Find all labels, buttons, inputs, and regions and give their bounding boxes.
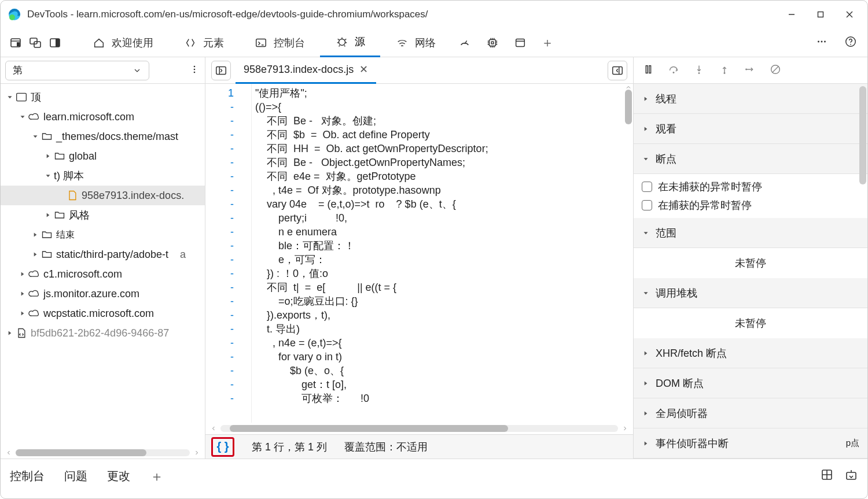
section-dom[interactable]: DOM 断点	[634, 368, 867, 398]
line-gutter: 1----------------------	[205, 84, 252, 423]
tree-snippet[interactable]: bf5db621-2b62-4d96-9466-87	[1, 323, 205, 343]
callstack-body: 未暂停	[634, 308, 867, 338]
tree-folder-styles[interactable]: 风格	[1, 205, 205, 225]
navigator-dropdown[interactable]: 第	[5, 61, 149, 80]
tree-folder-scripts[interactable]: t) 脚本	[1, 166, 205, 186]
pretty-print-button[interactable]: { }	[211, 437, 234, 457]
tree-domain-jsmon[interactable]: js.monitor.azure.com	[1, 284, 205, 304]
scrollbar-thumb[interactable]	[625, 90, 632, 124]
tree-domain-c1[interactable]: c1.microsoft.com	[1, 264, 205, 284]
tree-folder-global[interactable]: global	[1, 146, 205, 166]
tree-top[interactable]: 顶	[1, 87, 205, 107]
drawer: 控制台 问题 更改 ＋	[1, 459, 867, 493]
tree-folder-end[interactable]: 结束	[1, 225, 205, 245]
tree-folder-static[interactable]: static/third-party/adobe-ta	[1, 245, 205, 264]
folder-icon	[54, 209, 65, 221]
editor-h-scrollbar[interactable]	[205, 423, 633, 434]
nav-h-scrollbar[interactable]	[1, 447, 205, 459]
tree-folder-themes[interactable]: _themes/docs.theme/mast	[1, 127, 205, 146]
file-icon	[67, 190, 78, 201]
step-into-button[interactable]	[693, 63, 705, 78]
console-icon	[254, 36, 268, 50]
section-watch[interactable]: 观看	[634, 114, 867, 144]
toggle-navigator-button[interactable]	[211, 61, 231, 80]
tab-console[interactable]: 控制台	[239, 28, 320, 57]
more-tabs-button[interactable]: ＋	[534, 28, 561, 57]
tab-label: 网络	[415, 36, 436, 50]
pause-uncaught-checkbox[interactable]: 在未捕获的异常时暂停	[642, 178, 859, 196]
wifi-icon	[395, 36, 409, 50]
folder-icon	[41, 131, 53, 142]
section-callstack[interactable]: 调用堆栈	[634, 278, 867, 308]
file-tab-label: 958e7913.index-docs.js	[244, 64, 354, 76]
scrollbar-thumb[interactable]	[16, 449, 146, 456]
tab-label: 欢迎使用	[112, 36, 153, 50]
scrollbar-thumb[interactable]	[859, 86, 866, 184]
more-vertical-icon[interactable]	[189, 64, 200, 77]
tab-sources[interactable]: 源	[320, 28, 380, 57]
collapse-drawer-icon[interactable]	[844, 468, 858, 485]
elements-icon	[183, 36, 197, 50]
cloud-icon	[28, 288, 40, 300]
toggle-debugger-button[interactable]	[608, 61, 627, 80]
section-xhr[interactable]: XHR/fetch 断点	[634, 338, 867, 368]
section-scope[interactable]: 范围	[634, 218, 867, 248]
drawer-tab-console[interactable]: 控制台	[10, 468, 45, 484]
code-area[interactable]: "使用严格";(()=>{ 不同 Be - 对象。创建; 不同 $b = Ob.…	[252, 84, 624, 423]
maximize-button[interactable]	[807, 5, 834, 24]
section-threads[interactable]: 线程	[634, 84, 867, 114]
more-icon[interactable]	[815, 35, 828, 50]
step-over-button[interactable]	[667, 63, 680, 78]
chevron-down-icon	[133, 66, 142, 75]
scroll-right-icon	[193, 449, 200, 456]
scrollbar-thumb[interactable]	[230, 425, 508, 432]
step-button[interactable]	[744, 63, 756, 78]
close-icon[interactable]: ✕	[359, 63, 368, 76]
cloud-icon	[28, 111, 40, 123]
expand-drawer-icon[interactable]	[820, 468, 834, 485]
pause-caught-checkbox[interactable]: 在捕获的异常时暂停	[642, 196, 859, 215]
coverage-status: 覆盖范围：不适用	[344, 440, 428, 454]
tab-welcome[interactable]: 欢迎使用	[77, 28, 168, 57]
step-out-button[interactable]	[718, 63, 731, 78]
tab-network[interactable]: 网络	[380, 28, 451, 57]
device-toggle-icon[interactable]	[27, 35, 43, 51]
plus-icon: ＋	[541, 34, 554, 51]
close-button[interactable]	[836, 5, 863, 24]
file-tree: 顶 learn.microsoft.com _themes/docs.theme…	[1, 84, 205, 447]
section-breakpoints[interactable]: 断点	[634, 144, 867, 174]
tab-label: 元素	[203, 36, 224, 50]
help-icon[interactable]	[844, 35, 857, 50]
tree-domain-learn[interactable]: learn.microsoft.com	[1, 107, 205, 127]
dock-side-icon[interactable]	[47, 35, 63, 51]
tab-memory[interactable]	[479, 28, 506, 57]
minimize-button[interactable]	[778, 5, 805, 24]
debugger-pane: 线程 观看 断点 在未捕获的异常时暂停 在捕获的异常时暂停 范围 未暂停 调用堆…	[634, 57, 867, 459]
tree-domain-wcp[interactable]: wcpstatic.microsoft.com	[1, 304, 205, 323]
bug-icon	[335, 35, 349, 49]
file-tab[interactable]: 958e7913.index-docs.js ✕	[236, 57, 376, 84]
performance-icon	[458, 36, 472, 50]
window-title: DevTools - learn.microsoft.com/en-us/mic…	[27, 9, 778, 20]
scroll-left-icon	[210, 425, 217, 432]
section-global-listeners[interactable]: 全局侦听器	[634, 398, 867, 428]
tab-elements[interactable]: 元素	[168, 28, 239, 57]
panel-tabs: 欢迎使用 元素 控制台 源 网络 ＋	[1, 28, 867, 57]
inspect-icon[interactable]	[8, 35, 24, 51]
tab-label: 源	[355, 35, 365, 49]
debugger-v-scrollbar[interactable]	[859, 84, 866, 459]
svg-rect-37	[646, 65, 648, 73]
pause-button[interactable]	[642, 63, 654, 78]
editor-v-scrollbar[interactable]	[624, 84, 633, 423]
tree-file-selected[interactable]: 958e7913.index-docs.	[1, 186, 205, 205]
cloud-icon	[28, 308, 40, 319]
titlebar: DevTools - learn.microsoft.com/en-us/mic…	[1, 1, 867, 28]
deactivate-breakpoints-button[interactable]	[769, 63, 782, 78]
drawer-add-button[interactable]: ＋	[150, 467, 164, 486]
section-event-listeners[interactable]: 事件侦听器中断p点	[634, 428, 867, 459]
tab-application[interactable]	[506, 28, 534, 57]
drawer-tab-changes[interactable]: 更改	[107, 468, 130, 484]
tab-performance[interactable]	[451, 28, 479, 57]
drawer-tab-issues[interactable]: 问题	[64, 468, 87, 484]
editor-statusbar: { } 第 1 行，第 1 列 覆盖范围：不适用	[205, 434, 633, 459]
